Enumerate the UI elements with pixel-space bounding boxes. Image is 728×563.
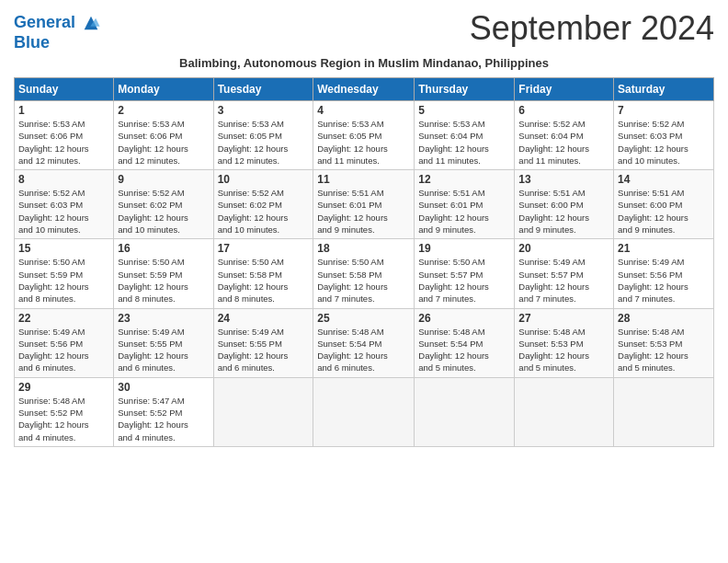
table-row: 23Sunrise: 5:49 AM Sunset: 5:55 PM Dayli…: [114, 308, 213, 377]
table-row: 16Sunrise: 5:50 AM Sunset: 5:59 PM Dayli…: [114, 239, 213, 308]
day-info: Sunrise: 5:49 AM Sunset: 5:56 PM Dayligh…: [18, 326, 109, 374]
day-info: Sunrise: 5:52 AM Sunset: 6:02 PM Dayligh…: [218, 187, 310, 236]
table-row: 7Sunrise: 5:52 AM Sunset: 6:03 PM Daylig…: [614, 101, 714, 170]
day-info: Sunrise: 5:52 AM Sunset: 6:03 PM Dayligh…: [18, 187, 109, 236]
table-row: 15Sunrise: 5:50 AM Sunset: 5:59 PM Dayli…: [15, 239, 114, 308]
day-info: Sunrise: 5:49 AM Sunset: 5:55 PM Dayligh…: [118, 326, 209, 374]
day-number: 18: [317, 242, 410, 255]
day-number: 8: [18, 173, 109, 186]
day-number: 1: [18, 104, 109, 117]
day-info: Sunrise: 5:48 AM Sunset: 5:52 PM Dayligh…: [18, 395, 109, 443]
table-row: [515, 377, 614, 446]
day-info: Sunrise: 5:51 AM Sunset: 6:01 PM Dayligh…: [418, 187, 510, 236]
table-row: [313, 377, 415, 446]
day-number: 27: [518, 312, 609, 325]
day-number: 24: [218, 312, 310, 325]
day-number: 13: [518, 173, 609, 186]
day-number: 16: [118, 242, 209, 255]
day-number: 20: [518, 242, 609, 255]
table-row: 27Sunrise: 5:48 AM Sunset: 5:53 PM Dayli…: [515, 308, 614, 377]
table-row: 25Sunrise: 5:48 AM Sunset: 5:54 PM Dayli…: [313, 308, 415, 377]
table-row: 2Sunrise: 5:53 AM Sunset: 6:06 PM Daylig…: [114, 101, 213, 170]
day-info: Sunrise: 5:48 AM Sunset: 5:53 PM Dayligh…: [618, 326, 710, 374]
day-number: 17: [218, 242, 310, 255]
table-row: 24Sunrise: 5:49 AM Sunset: 5:55 PM Dayli…: [213, 308, 313, 377]
col-saturday: Saturday: [614, 78, 714, 101]
day-info: Sunrise: 5:52 AM Sunset: 6:03 PM Dayligh…: [618, 118, 710, 167]
table-row: 10Sunrise: 5:52 AM Sunset: 6:02 PM Dayli…: [213, 170, 313, 239]
day-info: Sunrise: 5:48 AM Sunset: 5:53 PM Dayligh…: [518, 326, 609, 374]
day-info: Sunrise: 5:49 AM Sunset: 5:56 PM Dayligh…: [618, 256, 710, 304]
table-row: [213, 377, 313, 446]
day-number: 15: [18, 242, 109, 255]
table-row: 19Sunrise: 5:50 AM Sunset: 5:57 PM Dayli…: [415, 239, 515, 308]
table-row: 13Sunrise: 5:51 AM Sunset: 6:00 PM Dayli…: [515, 170, 614, 239]
table-row: 29Sunrise: 5:48 AM Sunset: 5:52 PM Dayli…: [15, 377, 114, 446]
day-number: 7: [618, 104, 710, 117]
col-tuesday: Tuesday: [213, 78, 313, 101]
day-number: 22: [18, 312, 109, 325]
logo: General Blue: [14, 13, 102, 52]
month-title: September 2024: [470, 9, 714, 48]
calendar-week-row: 29Sunrise: 5:48 AM Sunset: 5:52 PM Dayli…: [15, 377, 714, 446]
col-friday: Friday: [515, 78, 614, 101]
table-row: 21Sunrise: 5:49 AM Sunset: 5:56 PM Dayli…: [614, 239, 714, 308]
day-number: 2: [118, 104, 209, 117]
day-info: Sunrise: 5:49 AM Sunset: 5:57 PM Dayligh…: [518, 256, 609, 304]
day-info: Sunrise: 5:53 AM Sunset: 6:05 PM Dayligh…: [317, 118, 410, 167]
logo-blue: Blue: [14, 33, 102, 52]
col-monday: Monday: [114, 78, 213, 101]
table-row: 5Sunrise: 5:53 AM Sunset: 6:04 PM Daylig…: [415, 101, 515, 170]
day-info: Sunrise: 5:48 AM Sunset: 5:54 PM Dayligh…: [317, 326, 410, 374]
day-number: 26: [418, 312, 510, 325]
table-row: 22Sunrise: 5:49 AM Sunset: 5:56 PM Dayli…: [15, 308, 114, 377]
col-thursday: Thursday: [415, 78, 515, 101]
day-number: 10: [218, 173, 310, 186]
calendar: Sunday Monday Tuesday Wednesday Thursday…: [14, 77, 714, 447]
day-number: 30: [118, 381, 209, 394]
day-info: Sunrise: 5:53 AM Sunset: 6:06 PM Dayligh…: [118, 118, 209, 167]
calendar-week-row: 15Sunrise: 5:50 AM Sunset: 5:59 PM Dayli…: [15, 239, 714, 308]
day-number: 14: [618, 173, 710, 186]
day-info: Sunrise: 5:50 AM Sunset: 5:59 PM Dayligh…: [118, 256, 209, 304]
table-row: 26Sunrise: 5:48 AM Sunset: 5:54 PM Dayli…: [415, 308, 515, 377]
day-number: 11: [317, 173, 410, 186]
day-info: Sunrise: 5:52 AM Sunset: 6:04 PM Dayligh…: [518, 118, 609, 167]
table-row: [614, 377, 714, 446]
table-row: 18Sunrise: 5:50 AM Sunset: 5:58 PM Dayli…: [313, 239, 415, 308]
day-info: Sunrise: 5:51 AM Sunset: 6:00 PM Dayligh…: [518, 187, 609, 236]
day-number: 4: [317, 104, 410, 117]
day-info: Sunrise: 5:52 AM Sunset: 6:02 PM Dayligh…: [118, 187, 209, 236]
calendar-week-row: 8Sunrise: 5:52 AM Sunset: 6:03 PM Daylig…: [15, 170, 714, 239]
table-row: 17Sunrise: 5:50 AM Sunset: 5:58 PM Dayli…: [213, 239, 313, 308]
table-row: 3Sunrise: 5:53 AM Sunset: 6:05 PM Daylig…: [213, 101, 313, 170]
day-info: Sunrise: 5:48 AM Sunset: 5:54 PM Dayligh…: [418, 326, 510, 374]
table-row: 20Sunrise: 5:49 AM Sunset: 5:57 PM Dayli…: [515, 239, 614, 308]
calendar-header-row: Sunday Monday Tuesday Wednesday Thursday…: [15, 78, 714, 101]
table-row: 11Sunrise: 5:51 AM Sunset: 6:01 PM Dayli…: [313, 170, 415, 239]
day-info: Sunrise: 5:50 AM Sunset: 5:58 PM Dayligh…: [317, 256, 410, 304]
day-info: Sunrise: 5:51 AM Sunset: 6:00 PM Dayligh…: [618, 187, 710, 236]
day-info: Sunrise: 5:49 AM Sunset: 5:55 PM Dayligh…: [218, 326, 310, 374]
table-row: 1Sunrise: 5:53 AM Sunset: 6:06 PM Daylig…: [15, 101, 114, 170]
subtitle: Balimbing, Autonomous Region in Muslim M…: [14, 56, 714, 70]
table-row: [415, 377, 515, 446]
day-info: Sunrise: 5:50 AM Sunset: 5:57 PM Dayligh…: [418, 256, 510, 304]
table-row: 14Sunrise: 5:51 AM Sunset: 6:00 PM Dayli…: [614, 170, 714, 239]
col-sunday: Sunday: [15, 78, 114, 101]
day-info: Sunrise: 5:53 AM Sunset: 6:04 PM Dayligh…: [418, 118, 510, 167]
day-number: 23: [118, 312, 209, 325]
day-number: 5: [418, 104, 510, 117]
day-number: 28: [618, 312, 710, 325]
day-info: Sunrise: 5:53 AM Sunset: 6:06 PM Dayligh…: [18, 118, 109, 167]
table-row: 9Sunrise: 5:52 AM Sunset: 6:02 PM Daylig…: [114, 170, 213, 239]
day-info: Sunrise: 5:51 AM Sunset: 6:01 PM Dayligh…: [317, 187, 410, 236]
header: General Blue September 2024: [14, 9, 714, 52]
day-info: Sunrise: 5:50 AM Sunset: 5:58 PM Dayligh…: [218, 256, 310, 304]
day-number: 12: [418, 173, 510, 186]
logo-general: General: [14, 13, 75, 31]
table-row: 30Sunrise: 5:47 AM Sunset: 5:52 PM Dayli…: [114, 377, 213, 446]
day-info: Sunrise: 5:47 AM Sunset: 5:52 PM Dayligh…: [118, 395, 209, 443]
day-number: 9: [118, 173, 209, 186]
calendar-week-row: 22Sunrise: 5:49 AM Sunset: 5:56 PM Dayli…: [15, 308, 714, 377]
